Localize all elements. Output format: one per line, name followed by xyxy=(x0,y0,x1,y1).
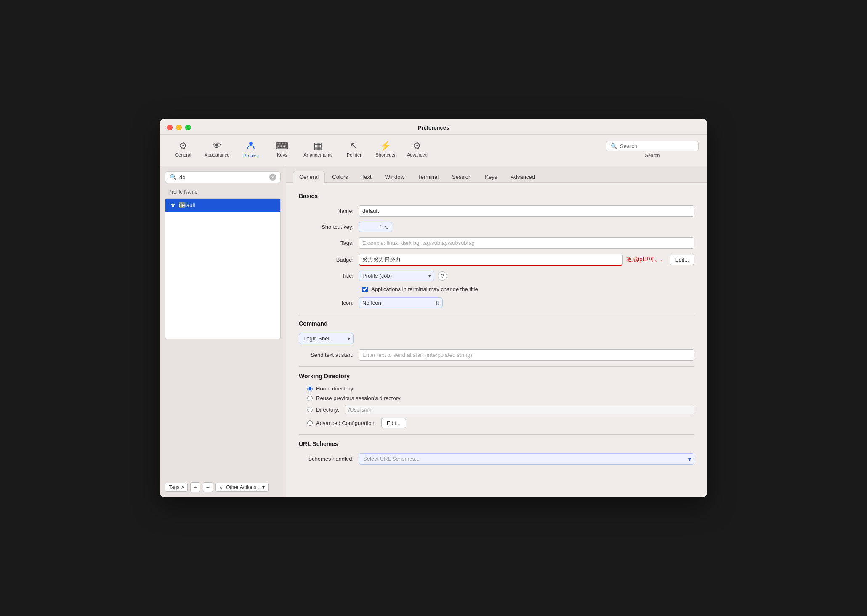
send-text-input[interactable] xyxy=(359,349,694,361)
toolbar-item-profiles[interactable]: Profiles xyxy=(236,138,266,161)
toolbar-search-input[interactable] xyxy=(620,143,687,149)
radio-home-row: Home directory xyxy=(307,385,694,392)
working-dir-section-title: Working Directory xyxy=(299,373,694,380)
name-input[interactable] xyxy=(359,205,694,217)
icon-label: Icon: xyxy=(299,300,354,306)
toolbar: ⚙ General 👁 Appearance Profiles ⌨ Keys xyxy=(160,135,707,166)
tab-advanced[interactable]: Advanced xyxy=(504,171,541,183)
person-icon xyxy=(246,141,255,151)
close-button[interactable] xyxy=(167,125,173,130)
schemes-label: Schemes handled: xyxy=(299,456,354,462)
directory-path-input[interactable] xyxy=(345,405,694,414)
shortcut-key-select[interactable] xyxy=(359,222,392,232)
icon-row: Icon: No Icon ⇅ xyxy=(299,297,694,308)
command-section-title: Command xyxy=(299,320,694,327)
badge-input[interactable] xyxy=(359,254,623,266)
radio-home[interactable] xyxy=(307,386,313,391)
fullscreen-button[interactable] xyxy=(185,125,191,130)
tab-terminal[interactable]: Terminal xyxy=(412,171,445,183)
profile-item-name: default xyxy=(179,202,195,208)
keyboard-icon: ⌨ xyxy=(275,141,289,151)
schemes-control: Select URL Schemes... ▾ xyxy=(359,453,694,465)
toolbar-item-advanced[interactable]: ⚙ Advanced xyxy=(402,139,433,160)
preferences-window: Preferences ⚙ General 👁 Appearance Profi… xyxy=(160,119,707,497)
toolbar-item-keys[interactable]: ⌨ Keys xyxy=(267,139,297,160)
svg-point-0 xyxy=(249,142,253,145)
toolbar-label-keys: Keys xyxy=(277,152,287,157)
badge-annotation: 改成ip即可。。 xyxy=(626,256,666,263)
tags-button[interactable]: Tags > xyxy=(165,483,188,492)
profile-list: ★ default xyxy=(165,198,281,339)
search-label: Search xyxy=(645,153,660,158)
remove-profile-button[interactable]: − xyxy=(203,482,213,492)
title-control: Profile (Job) ▾ ? xyxy=(359,271,694,281)
sidebar-search-input[interactable] xyxy=(179,174,267,181)
titlebar: Preferences xyxy=(160,119,707,135)
profile-list-header: Profile Name xyxy=(165,187,281,196)
sidebar-search-container[interactable]: 🔍 ✕ xyxy=(165,171,281,183)
icon-select[interactable]: No Icon xyxy=(359,297,443,308)
toolbar-item-arrangements[interactable]: ▦ Arrangements xyxy=(298,139,338,160)
search-icon: 🔍 xyxy=(611,143,617,149)
shortcut-key-row: Shortcut key: ⌃⌥ xyxy=(299,222,694,232)
badge-control: 改成ip即可。。 Edit... xyxy=(359,254,694,266)
tab-keys[interactable]: Keys xyxy=(479,171,503,183)
sidebar-search-icon: 🔍 xyxy=(170,174,177,181)
tab-text[interactable]: Text xyxy=(355,171,378,183)
name-row: Name: xyxy=(299,205,694,217)
profile-name-highlight: de xyxy=(179,202,185,208)
minimize-button[interactable] xyxy=(176,125,182,130)
icon-select-wrapper: No Icon ⇅ xyxy=(359,297,443,308)
radio-reuse[interactable] xyxy=(307,396,313,401)
title-change-checkbox[interactable] xyxy=(362,287,368,292)
profile-item-default[interactable]: ★ default xyxy=(165,199,280,212)
title-change-label: Applications in terminal may change the … xyxy=(371,286,478,292)
toolbar-item-general[interactable]: ⚙ General xyxy=(168,139,198,160)
toolbar-item-shortcuts[interactable]: ⚡ Shortcuts xyxy=(370,139,400,160)
radio-advanced-config[interactable] xyxy=(307,420,313,426)
title-select-wrapper: Profile (Job) ▾ xyxy=(359,271,434,281)
title-help-button[interactable]: ? xyxy=(438,271,447,281)
lightning-icon: ⚡ xyxy=(380,141,391,151)
radio-directory-row: Directory: xyxy=(307,405,694,414)
pointer-icon: ↖ xyxy=(350,141,358,151)
eye-icon: 👁 xyxy=(213,141,222,151)
tab-colors[interactable]: Colors xyxy=(326,171,354,183)
radio-directory[interactable] xyxy=(307,407,313,412)
send-text-control xyxy=(359,349,694,361)
sidebar: 🔍 ✕ Profile Name ★ default Tags > + − xyxy=(160,166,286,497)
command-row: Login Shell ▾ xyxy=(299,333,694,344)
tags-label: Tags: xyxy=(299,240,354,246)
gear-icon: ⚙ xyxy=(179,141,187,151)
title-change-checkbox-row: Applications in terminal may change the … xyxy=(362,286,694,292)
shortcut-select-wrapper: ⌃⌥ xyxy=(359,222,392,232)
clear-search-button[interactable]: ✕ xyxy=(269,174,276,181)
radio-directory-label: Directory: xyxy=(316,406,340,413)
basics-section-title: Basics xyxy=(299,193,694,199)
schemes-row: Schemes handled: Select URL Schemes... ▾ xyxy=(299,453,694,465)
toolbar-item-appearance[interactable]: 👁 Appearance xyxy=(199,139,234,160)
radio-advanced-config-label: Advanced Configuration xyxy=(316,420,375,426)
name-label: Name: xyxy=(299,208,354,214)
badge-edit-button[interactable]: Edit... xyxy=(670,255,694,265)
tags-input[interactable] xyxy=(359,237,694,249)
tabs-bar: General Colors Text Window Terminal Sess… xyxy=(286,166,707,183)
toolbar-item-pointer[interactable]: ↖ Pointer xyxy=(339,139,369,160)
sidebar-bottom: Tags > + − ☺ Other Actions... ▾ xyxy=(165,479,281,492)
url-schemes-select[interactable]: Select URL Schemes... xyxy=(359,453,694,465)
tab-general[interactable]: General xyxy=(293,171,325,183)
toolbar-items: ⚙ General 👁 Appearance Profiles ⌨ Keys xyxy=(168,138,606,161)
main-content: 🔍 ✕ Profile Name ★ default Tags > + − xyxy=(160,166,707,497)
tab-window[interactable]: Window xyxy=(379,171,411,183)
name-control xyxy=(359,205,694,217)
login-shell-select[interactable]: Login Shell xyxy=(299,333,354,344)
toolbar-search-container[interactable]: 🔍 xyxy=(606,141,699,151)
tab-session[interactable]: Session xyxy=(446,171,478,183)
default-star-icon: ★ xyxy=(170,202,176,208)
add-profile-button[interactable]: + xyxy=(190,482,200,492)
advanced-config-edit-button[interactable]: Edit... xyxy=(381,418,406,428)
title-select[interactable]: Profile (Job) xyxy=(359,271,434,281)
login-shell-wrapper: Login Shell ▾ xyxy=(299,333,354,344)
other-actions-button[interactable]: ☺ Other Actions... ▾ xyxy=(215,483,269,492)
shortcut-control: ⌃⌥ xyxy=(359,222,694,232)
